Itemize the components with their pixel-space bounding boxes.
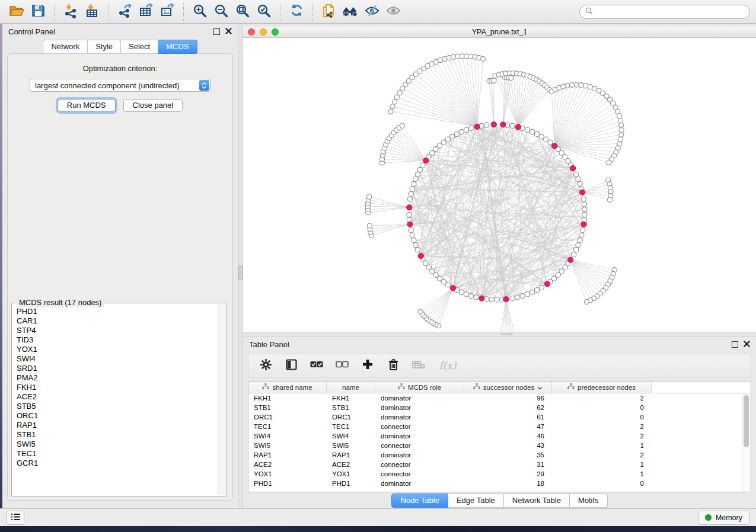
table-row[interactable]: RAP1RAP1dominator352 <box>248 450 742 460</box>
cell-shared_name[interactable]: ORC1 <box>248 414 327 421</box>
cell-name[interactable]: TEC1 <box>327 423 375 430</box>
table-row[interactable]: FKH1FKH1dominator962 <box>248 393 742 403</box>
cell-shared_name[interactable]: STB1 <box>248 404 327 411</box>
cell-successor_nodes[interactable]: 96 <box>464 395 552 402</box>
column-header-predecessor-nodes[interactable]: predecessor nodes <box>552 382 652 393</box>
cell-name[interactable]: RAP1 <box>327 451 375 459</box>
cell-predecessor_nodes[interactable]: 0 <box>552 414 652 421</box>
cell-successor_nodes[interactable]: 35 <box>464 451 552 459</box>
cell-mcds_role[interactable]: dominator <box>375 432 464 440</box>
delete-column-button[interactable] <box>387 359 400 372</box>
cell-successor_nodes[interactable]: 18 <box>464 480 552 487</box>
mcds-result-item[interactable]: STB1 <box>17 430 218 440</box>
splitter-grip[interactable] <box>238 265 243 280</box>
search-box[interactable] <box>579 5 750 19</box>
cell-predecessor_nodes[interactable]: 0 <box>552 404 652 411</box>
table-row[interactable]: STB1STB1dominator620 <box>248 403 742 412</box>
column-header-MCDS-role[interactable]: MCDS role <box>375 382 464 393</box>
cell-predecessor_nodes[interactable]: 1 <box>552 461 652 468</box>
cell-shared_name[interactable]: YOX1 <box>248 470 327 477</box>
cell-successor_nodes[interactable]: 29 <box>464 470 552 477</box>
select-all-button[interactable] <box>310 359 323 372</box>
table-row[interactable]: SWI4SWI4dominator462 <box>248 431 742 441</box>
cell-shared_name[interactable]: PHD1 <box>248 480 327 487</box>
scrollbar-thumb[interactable] <box>744 395 749 447</box>
zoom-fit-button[interactable] <box>232 2 253 21</box>
tab-network[interactable]: Network <box>43 40 88 54</box>
table-row[interactable]: SWI5SWI5connector431 <box>248 441 742 450</box>
column-browser-button[interactable] <box>285 359 298 372</box>
float-panel-icon[interactable] <box>213 28 220 35</box>
mcds-result-item[interactable]: PMA2 <box>17 373 218 383</box>
deselect-all-button[interactable] <box>336 359 349 372</box>
cell-name[interactable]: SWI5 <box>327 442 375 449</box>
vertical-splitter[interactable] <box>238 24 243 508</box>
cell-mcds_role[interactable]: connector <box>375 470 464 477</box>
zoom-out-button[interactable] <box>210 2 232 21</box>
cell-mcds_role[interactable]: dominator <box>375 414 464 421</box>
cell-name[interactable]: ORC1 <box>327 414 375 421</box>
horizontal-splitter[interactable] <box>243 332 756 336</box>
cell-shared_name[interactable]: TEC1 <box>248 423 327 430</box>
cell-successor_nodes[interactable]: 47 <box>464 423 552 430</box>
table-row[interactable]: PHD1PHD1dominator180 <box>248 479 742 488</box>
hide-selected-button[interactable] <box>361 2 382 21</box>
mcds-result-item[interactable]: STP4 <box>17 326 218 335</box>
mcds-result-item[interactable]: CAR1 <box>17 316 218 326</box>
cell-shared_name[interactable]: SWI4 <box>248 432 327 440</box>
cell-shared_name[interactable]: ACE2 <box>248 461 327 468</box>
birds-eye-button[interactable] <box>340 2 361 21</box>
column-header-successor-nodes[interactable]: successor nodes <box>464 382 552 393</box>
memory-button[interactable]: Memory <box>698 511 749 525</box>
network-canvas[interactable] <box>243 38 756 332</box>
cell-successor_nodes[interactable]: 62 <box>464 404 552 411</box>
task-history-button[interactable] <box>7 511 24 525</box>
table-row[interactable]: TEC1TEC1connector472 <box>248 422 742 431</box>
cell-successor_nodes[interactable]: 31 <box>464 461 552 468</box>
cell-predecessor_nodes[interactable]: 1 <box>552 442 652 449</box>
cell-mcds_role[interactable]: connector <box>375 423 464 430</box>
cell-name[interactable]: PHD1 <box>327 480 375 487</box>
cell-name[interactable]: SWI4 <box>327 432 375 440</box>
cell-name[interactable]: YOX1 <box>327 470 375 477</box>
mcds-result-scrollbar[interactable] <box>218 304 226 495</box>
mcds-result-item[interactable]: SWI4 <box>17 354 218 364</box>
cell-predecessor_nodes[interactable]: 0 <box>552 480 652 487</box>
zoom-in-button[interactable] <box>189 2 210 21</box>
criterion-dropdown[interactable]: largest connected component (undirected) <box>30 79 210 92</box>
mcds-result-item[interactable]: SRD1 <box>17 364 218 373</box>
mcds-result-item[interactable]: FKH1 <box>17 383 218 392</box>
cell-mcds_role[interactable]: connector <box>375 461 464 468</box>
column-header-shared-name[interactable]: shared name <box>248 382 327 393</box>
cell-predecessor_nodes[interactable]: 2 <box>552 432 652 440</box>
tab-motifs[interactable]: Motifs <box>570 493 608 508</box>
import-table-button[interactable] <box>81 2 103 21</box>
cell-name[interactable]: STB1 <box>327 404 375 411</box>
cell-mcds_role[interactable]: connector <box>375 442 464 449</box>
cell-name[interactable]: FKH1 <box>327 395 375 402</box>
run-mcds-button[interactable]: Run MCDS <box>58 99 116 112</box>
delete-table-button[interactable] <box>412 359 425 372</box>
zoom-selected-button[interactable] <box>253 2 275 21</box>
column-header-name[interactable]: name <box>327 382 375 393</box>
cell-mcds_role[interactable]: dominator <box>375 404 464 411</box>
cell-successor_nodes[interactable]: 46 <box>464 432 552 440</box>
mcds-result-item[interactable]: STB5 <box>17 402 218 411</box>
refresh-button[interactable] <box>286 2 307 21</box>
tab-style[interactable]: Style <box>88 40 121 54</box>
export-table-button[interactable] <box>135 2 157 21</box>
cell-successor_nodes[interactable]: 43 <box>464 442 552 449</box>
show-all-button[interactable] <box>382 2 404 21</box>
cell-predecessor_nodes[interactable]: 1 <box>552 470 652 477</box>
cell-shared_name[interactable]: SWI5 <box>248 442 327 449</box>
save-session-button[interactable] <box>27 2 49 21</box>
cell-successor_nodes[interactable]: 61 <box>464 414 552 421</box>
tab-select[interactable]: Select <box>121 40 158 54</box>
open-file-button[interactable] <box>6 2 27 21</box>
mcds-result-item[interactable]: ORC1 <box>17 411 218 421</box>
close-panel-icon[interactable] <box>225 27 232 36</box>
export-image-button[interactable] <box>157 2 178 21</box>
cell-mcds_role[interactable]: dominator <box>375 395 464 402</box>
mcds-result-item[interactable]: TEC1 <box>17 449 218 459</box>
close-panel-icon[interactable] <box>744 340 750 349</box>
